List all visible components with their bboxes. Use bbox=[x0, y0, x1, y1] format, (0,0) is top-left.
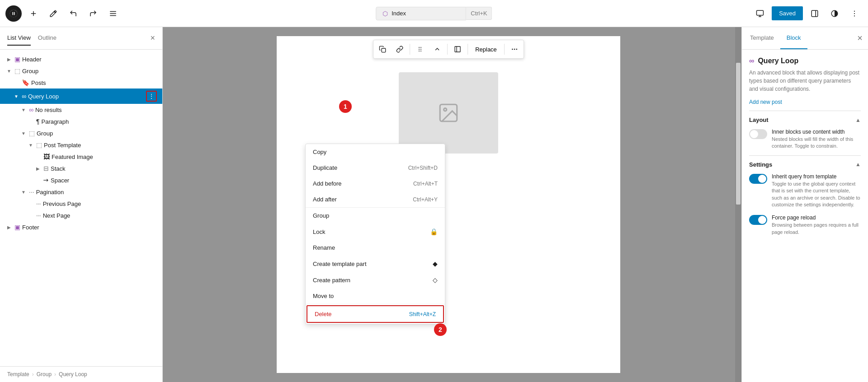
layout-section-header[interactable]: Layout ▲ bbox=[749, 116, 861, 123]
canvas-inner[interactable]: Replace bbox=[163, 27, 734, 382]
menu-item-lock-label: Lock bbox=[313, 228, 325, 235]
sidebar-item-no-results[interactable]: ∞ No results bbox=[0, 104, 162, 116]
tree-label-spacer: Spacer bbox=[51, 177, 157, 184]
breadcrumb-query-loop[interactable]: Query Loop bbox=[59, 371, 87, 377]
tools-button[interactable] bbox=[45, 5, 61, 22]
post-template-icon: ⬚ bbox=[36, 141, 42, 149]
sidebar-item-header[interactable]: ▣ Header bbox=[0, 53, 162, 65]
sidebar-item-paragraph[interactable]: ¶ Paragraph bbox=[0, 116, 162, 127]
url-shortcut: Ctrl+K bbox=[466, 7, 492, 20]
sidebar-item-featured-image[interactable]: 🖼 Featured Image bbox=[0, 151, 162, 163]
sidebar-item-pagination[interactable]: ··· Pagination bbox=[0, 186, 162, 198]
sidebar-item-group2[interactable]: ⬚ Group bbox=[0, 127, 162, 139]
featured-image-icon: 🖼 bbox=[43, 153, 50, 160]
view-button[interactable] bbox=[752, 5, 768, 22]
align-button[interactable] bbox=[449, 41, 466, 57]
menu-item-move-to[interactable]: Move to bbox=[306, 288, 445, 304]
copy-block-button[interactable] bbox=[374, 41, 391, 57]
menu-item-copy[interactable]: Copy bbox=[306, 144, 445, 160]
menu-item-delete[interactable]: Delete Shift+Alt+Z bbox=[307, 306, 443, 322]
menu-item-rename[interactable]: Rename bbox=[306, 240, 445, 256]
breadcrumb-template[interactable]: Template bbox=[7, 371, 29, 377]
add-new-post-link[interactable]: Add new post bbox=[749, 99, 782, 105]
scrollbar-thumb[interactable] bbox=[736, 63, 741, 205]
sidebar-item-posts[interactable]: 🔖 Posts bbox=[0, 77, 162, 89]
lock-icon: 🔒 bbox=[430, 228, 438, 235]
spacer-icon: ↗ bbox=[42, 176, 51, 185]
tree-label-stack: Stack bbox=[51, 165, 157, 172]
saved-button[interactable]: Saved bbox=[772, 6, 803, 20]
menu-item-add-before[interactable]: Add before Ctrl+Alt+T bbox=[306, 176, 445, 191]
drag-handle[interactable] bbox=[412, 41, 428, 57]
breadcrumb-group[interactable]: Group bbox=[37, 371, 52, 377]
tab-outline[interactable]: Outline bbox=[38, 31, 57, 46]
sidebar-item-stack[interactable]: ⊟ Stack bbox=[0, 163, 162, 174]
tree-arrow-query-loop bbox=[13, 93, 20, 100]
panel-block-name: Query Loop bbox=[758, 57, 798, 65]
tree-arrow-group2 bbox=[20, 130, 27, 137]
inner-blocks-toggle[interactable] bbox=[749, 129, 767, 139]
tab-list-view[interactable]: List View bbox=[7, 31, 31, 46]
replace-button[interactable]: Replace bbox=[470, 44, 502, 55]
context-menu-section-1: Copy Duplicate Ctrl+Shift+D Add before C… bbox=[306, 144, 445, 208]
move-up-down-button[interactable] bbox=[429, 41, 445, 57]
contrast-button[interactable] bbox=[826, 5, 843, 22]
menu-item-create-pattern-label: Create pattern bbox=[313, 277, 350, 284]
layout-section-title: Layout bbox=[749, 116, 769, 123]
template-part-icon: ◆ bbox=[433, 260, 438, 267]
toolbar-divider-1 bbox=[410, 44, 410, 55]
force-reload-label: Force page reload bbox=[772, 214, 861, 221]
sidebar-item-group[interactable]: ⬚ Group bbox=[0, 65, 162, 77]
sidebar-item-next-page[interactable]: ◦◦◦ Next Page bbox=[0, 210, 162, 221]
svg-point-21 bbox=[420, 51, 421, 51]
menu-item-duplicate[interactable]: Duplicate Ctrl+Shift+D bbox=[306, 160, 445, 176]
svg-point-16 bbox=[419, 47, 420, 48]
right-panel-close-button[interactable]: × bbox=[854, 33, 866, 43]
sidebar-item-spacer[interactable]: ↗ Spacer bbox=[0, 174, 162, 186]
redo-button[interactable] bbox=[85, 5, 101, 22]
sidebar-item-footer[interactable]: ▣ Footer bbox=[0, 221, 162, 233]
menu-item-group[interactable]: Group bbox=[306, 208, 445, 224]
context-menu-section-3: Delete Shift+Alt+Z bbox=[307, 305, 444, 323]
options-button[interactable] bbox=[846, 5, 863, 22]
tab-template[interactable]: Template bbox=[744, 27, 780, 49]
menu-item-create-pattern[interactable]: Create pattern ◇ bbox=[306, 272, 445, 288]
stack-icon: ⊟ bbox=[43, 165, 49, 172]
tab-block[interactable]: Block bbox=[780, 27, 807, 49]
menu-item-lock[interactable]: Lock 🔒 bbox=[306, 224, 445, 240]
settings-section-header[interactable]: Settings ▲ bbox=[749, 161, 861, 168]
layout-section: Layout ▲ Inner blocks use content width … bbox=[749, 111, 861, 150]
more-options-toolbar-button[interactable] bbox=[506, 41, 523, 57]
scrollbar-track[interactable] bbox=[735, 27, 741, 382]
undo-button[interactable] bbox=[65, 5, 81, 22]
paragraph-icon: ¶ bbox=[36, 118, 40, 125]
top-bar: ⬡ Index Ctrl+K Saved bbox=[0, 0, 868, 27]
link-block-button[interactable] bbox=[392, 41, 408, 57]
force-reload-toggle[interactable] bbox=[749, 215, 767, 225]
menu-item-copy-label: Copy bbox=[313, 149, 326, 155]
wp-logo[interactable] bbox=[5, 5, 22, 22]
tree-label-next-page: Next Page bbox=[43, 212, 157, 219]
menu-item-create-template-part[interactable]: Create template part ◆ bbox=[306, 256, 445, 272]
settings-section-title: Settings bbox=[749, 161, 772, 168]
url-bar[interactable]: ⬡ Index bbox=[376, 7, 466, 20]
query-loop-options-button[interactable]: ⋮ bbox=[146, 91, 157, 102]
sidebar-item-query-loop[interactable]: ∞ Query Loop ⋮ bbox=[0, 89, 162, 104]
sidebar-tree: ▣ Header ⬚ Group 🔖 Posts ∞ Query Loop ⋮ bbox=[0, 50, 162, 366]
svg-point-14 bbox=[854, 15, 855, 16]
svg-point-13 bbox=[854, 13, 855, 14]
inherit-query-toggle[interactable] bbox=[749, 174, 767, 184]
svg-point-24 bbox=[512, 49, 513, 50]
menu-item-add-before-label: Add before bbox=[313, 180, 342, 187]
add-block-button[interactable] bbox=[25, 5, 42, 22]
sidebar-item-post-template[interactable]: ⬚ Post Template bbox=[0, 139, 162, 151]
tree-label-featured-image: Featured Image bbox=[52, 154, 157, 160]
sidebar-toggle-right[interactable] bbox=[807, 5, 823, 22]
menu-item-add-after[interactable]: Add after Ctrl+Alt+Y bbox=[306, 191, 445, 207]
sidebar-item-previous-page[interactable]: ◦◦◦ Previous Page bbox=[0, 198, 162, 210]
sidebar-close-button[interactable]: × bbox=[150, 33, 155, 43]
inherit-query-text: Inherit query from template Toggle to us… bbox=[772, 173, 861, 209]
tree-label-header: Header bbox=[22, 56, 157, 63]
list-view-toggle[interactable] bbox=[105, 5, 121, 22]
breadcrumb-sep-1: › bbox=[32, 371, 34, 377]
